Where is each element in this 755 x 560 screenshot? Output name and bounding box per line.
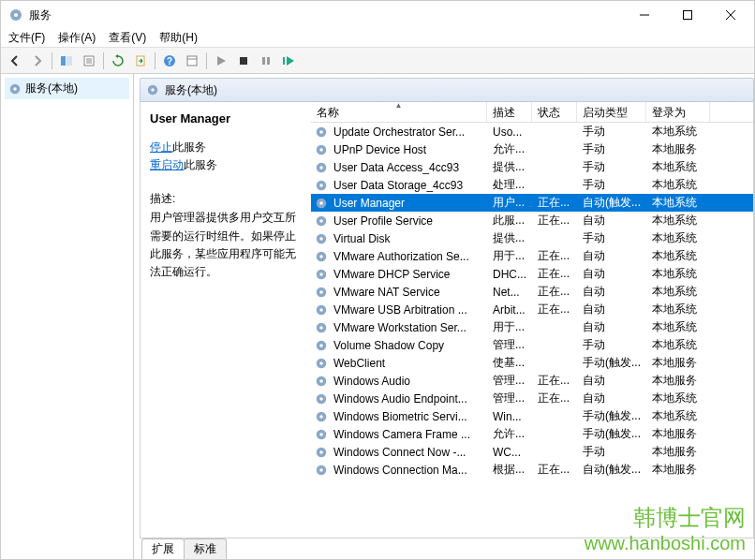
restart-service-button[interactable] bbox=[278, 51, 299, 71]
minimize-button[interactable] bbox=[623, 1, 666, 29]
properties-button[interactable] bbox=[79, 51, 99, 71]
service-icon bbox=[315, 268, 328, 281]
svg-point-62 bbox=[319, 450, 323, 454]
cell-name: VMware Workstation Ser... bbox=[328, 321, 487, 334]
right-pane: 服务(本地) User Manager 停止此服务 重启动此服务 描述: 用户管… bbox=[134, 74, 754, 559]
refresh-button[interactable] bbox=[108, 51, 128, 71]
col-desc[interactable]: 描述 bbox=[487, 102, 532, 122]
cell-desc: Win... bbox=[487, 410, 532, 423]
cell-name: User Data Access_4cc93 bbox=[328, 161, 487, 174]
table-row[interactable]: Virtual Disk提供...手动本地系统 bbox=[311, 229, 753, 247]
table-row[interactable]: WebClient使基...手动(触发...本地服务 bbox=[311, 354, 753, 372]
menu-view[interactable]: 查看(V) bbox=[109, 30, 146, 46]
cell-logon: 本地服务 bbox=[646, 426, 710, 442]
cell-start: 自动 bbox=[577, 248, 646, 264]
svg-point-36 bbox=[319, 219, 323, 223]
stop-service-button[interactable] bbox=[233, 51, 254, 71]
cell-name: WebClient bbox=[328, 357, 487, 370]
pane-header: 服务(本地) bbox=[140, 78, 754, 102]
cell-logon: 本地系统 bbox=[646, 248, 710, 264]
maximize-button[interactable] bbox=[666, 1, 709, 29]
cell-start: 手动 bbox=[577, 159, 646, 175]
cell-logon: 本地系统 bbox=[646, 319, 710, 335]
tab-extended[interactable]: 扩展 bbox=[141, 538, 185, 559]
svg-point-26 bbox=[319, 130, 323, 134]
svg-point-54 bbox=[319, 379, 323, 383]
svg-rect-3 bbox=[684, 11, 692, 20]
table-row[interactable]: VMware Authorization Se...用于...正在...自动本地… bbox=[311, 247, 753, 265]
restart-link[interactable]: 重启动 bbox=[150, 158, 184, 171]
cell-desc: 提供... bbox=[487, 230, 532, 246]
col-start[interactable]: 启动类型 bbox=[577, 102, 646, 122]
svg-point-44 bbox=[319, 290, 323, 294]
table-row[interactable]: User Manager用户...正在...自动(触发...本地系统 bbox=[311, 194, 753, 212]
cell-desc: 用于... bbox=[487, 319, 532, 335]
table-row[interactable]: UPnP Device Host允许...手动本地服务 bbox=[311, 140, 753, 158]
table-row[interactable]: Update Orchestrator Ser...Uso...手动本地系统 bbox=[311, 123, 753, 140]
cell-desc: 用户... bbox=[487, 195, 532, 211]
start-service-button[interactable] bbox=[211, 51, 231, 71]
help-button[interactable]: ? bbox=[159, 51, 180, 71]
window-title: 服务 bbox=[29, 7, 623, 23]
title-bar: 服务 bbox=[1, 1, 754, 29]
cell-logon: 本地系统 bbox=[646, 124, 710, 140]
table-row[interactable]: User Profile Service此服...正在...自动本地系统 bbox=[311, 212, 753, 229]
table-row[interactable]: VMware USB Arbitration ...Arbit...正在...自… bbox=[311, 301, 753, 318]
properties2-button[interactable] bbox=[182, 51, 202, 71]
table-row[interactable]: VMware DHCP ServiceDHC...正在...自动本地系统 bbox=[311, 265, 753, 283]
cell-desc: 此服... bbox=[487, 213, 532, 228]
svg-point-24 bbox=[151, 88, 155, 92]
rows-container: Update Orchestrator Ser...Uso...手动本地系统UP… bbox=[311, 123, 753, 538]
cell-start: 自动 bbox=[577, 373, 646, 389]
cell-logon: 本地系统 bbox=[646, 302, 710, 317]
cell-desc: 使基... bbox=[487, 355, 532, 371]
show-hide-tree-button[interactable] bbox=[56, 51, 77, 71]
cell-logon: 本地系统 bbox=[646, 213, 710, 228]
service-icon bbox=[315, 446, 328, 459]
svg-point-58 bbox=[319, 415, 323, 419]
cell-desc: DHC... bbox=[487, 268, 532, 281]
svg-point-28 bbox=[319, 148, 323, 152]
table-row[interactable]: User Data Access_4cc93提供...手动本地系统 bbox=[311, 158, 753, 176]
close-button[interactable] bbox=[709, 1, 752, 29]
cell-logon: 本地服务 bbox=[646, 373, 710, 389]
export-button[interactable] bbox=[130, 51, 151, 71]
col-name[interactable]: 名称▲ bbox=[311, 102, 487, 122]
service-icon bbox=[315, 357, 328, 370]
table-row[interactable]: Windows Audio管理...正在...自动本地服务 bbox=[311, 372, 753, 390]
table-row[interactable]: Volume Shadow Copy管理...手动本地系统 bbox=[311, 336, 753, 354]
table-row[interactable]: Windows Connection Ma...根据...正在...自动(触发.… bbox=[311, 461, 753, 479]
cell-start: 手动(触发... bbox=[577, 355, 646, 371]
stop-link[interactable]: 停止 bbox=[150, 140, 172, 154]
menu-file[interactable]: 文件(F) bbox=[8, 30, 45, 46]
svg-rect-18 bbox=[262, 57, 265, 65]
column-header: 名称▲ 描述 状态 启动类型 登录为 bbox=[311, 102, 753, 123]
tree-pane: 服务(本地) bbox=[1, 74, 134, 559]
table-row[interactable]: Windows Camera Frame ...允许...手动(触发...本地服… bbox=[311, 425, 753, 443]
table-row[interactable]: Windows Audio Endpoint...管理...正在...自动本地系… bbox=[311, 390, 753, 407]
service-list: 名称▲ 描述 状态 启动类型 登录为 Update Orchestrator S… bbox=[311, 102, 753, 538]
cell-name: UPnP Device Host bbox=[328, 143, 487, 156]
col-status[interactable]: 状态 bbox=[532, 102, 577, 122]
pause-service-button[interactable] bbox=[256, 51, 276, 71]
cell-name: User Manager bbox=[328, 197, 487, 210]
menu-help[interactable]: 帮助(H) bbox=[159, 30, 198, 46]
main-area: 服务(本地) 服务(本地) User Manager 停止此服务 重启动此服务 … bbox=[1, 74, 754, 559]
cell-logon: 本地系统 bbox=[646, 337, 710, 353]
sort-arrow-icon: ▲ bbox=[395, 102, 403, 110]
table-row[interactable]: Windows Connect Now -...WC...手动本地服务 bbox=[311, 443, 753, 461]
back-button[interactable] bbox=[5, 51, 25, 71]
table-row[interactable]: Windows Biometric Servi...Win...手动(触发...… bbox=[311, 407, 753, 425]
table-row[interactable]: VMware NAT ServiceNet...正在...自动本地系统 bbox=[311, 283, 753, 301]
cell-name: User Profile Service bbox=[328, 214, 487, 228]
tree-root-item[interactable]: 服务(本地) bbox=[5, 78, 129, 99]
table-row[interactable]: User Data Storage_4cc93处理...手动本地系统 bbox=[311, 176, 753, 194]
cell-status: 正在... bbox=[532, 373, 577, 389]
forward-button[interactable] bbox=[27, 51, 48, 71]
col-logon[interactable]: 登录为 bbox=[646, 102, 710, 122]
service-icon bbox=[315, 303, 328, 317]
menu-action[interactable]: 操作(A) bbox=[58, 30, 96, 46]
table-row[interactable]: VMware Workstation Ser...用于...自动本地系统 bbox=[311, 318, 753, 336]
tab-standard[interactable]: 标准 bbox=[184, 538, 227, 559]
cell-start: 自动 bbox=[577, 302, 646, 317]
